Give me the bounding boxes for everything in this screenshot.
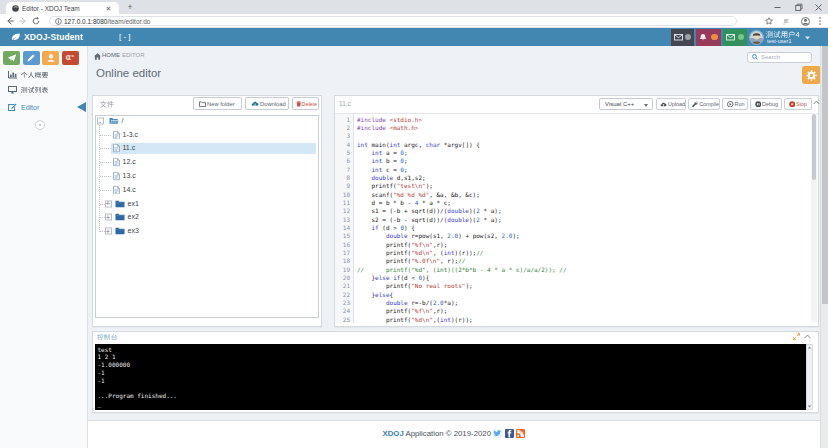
reload-icon[interactable]: [32, 17, 40, 25]
bookmark-star-icon[interactable]: [765, 17, 773, 25]
twitter-icon[interactable]: [493, 429, 502, 438]
code-line: 10 scanf("%d %d %d", &a, &b, &c);: [335, 191, 810, 199]
code-scrollbar[interactable]: [811, 113, 818, 322]
window-minimize-icon[interactable]: [773, 3, 782, 12]
folder-icon: [115, 200, 125, 208]
window-close-icon[interactable]: [814, 3, 823, 12]
code-line: 1#include <stdio.h>: [335, 116, 810, 124]
footer-text: XDOJ Application © 2019-2020: [88, 428, 820, 439]
tree-node[interactable]: + ex2: [96, 211, 318, 225]
tab-close-icon[interactable]: ✕: [105, 5, 112, 12]
tree-node[interactable]: 14.c: [96, 183, 318, 197]
notifications-menu-button[interactable]: [696, 29, 721, 46]
address-bar[interactable]: [49, 16, 737, 27]
profile-avatar-icon[interactable]: [801, 17, 810, 26]
line-number: 15: [335, 232, 350, 240]
extension-icon[interactable]: [783, 18, 790, 25]
settings-button[interactable]: [802, 66, 821, 84]
download-button[interactable]: Download: [245, 97, 289, 111]
tree-expander[interactable]: +: [105, 228, 112, 235]
messages-menu-button[interactable]: [671, 29, 694, 46]
browser-tab-strip: Editor - XDOJ Team ✕ +: [0, 0, 828, 14]
line-number: 23: [335, 299, 350, 307]
tree-node[interactable]: - /: [96, 114, 318, 128]
tree-node[interactable]: + ex3: [96, 224, 318, 238]
tree-node[interactable]: 12.c: [96, 155, 318, 169]
back-icon[interactable]: [6, 17, 14, 25]
page-scrollbar-thumb[interactable]: [822, 46, 828, 304]
forward-icon[interactable]: [19, 17, 27, 25]
quick-user-button[interactable]: [42, 51, 59, 65]
scroll-down-icon[interactable]: [807, 404, 812, 409]
sidebar-help-button[interactable]: [35, 120, 45, 130]
home-icon[interactable]: [94, 53, 101, 60]
line-number: 13: [335, 216, 350, 224]
stop-button[interactable]: Stop: [784, 98, 812, 111]
browser-toolbar: 127.0.0.1:8080/team/editor.do: [0, 14, 828, 28]
sidebar-item-editor[interactable]: Editor: [0, 100, 88, 115]
debug-button[interactable]: Debug: [750, 98, 782, 111]
tree-node[interactable]: 11.c: [96, 142, 318, 156]
console-terminal[interactable]: test 1 2 1 -1.000000 -1 -1 ...Program fi…: [95, 344, 806, 410]
scroll-up-icon[interactable]: [807, 345, 812, 350]
code-scrollbar-thumb[interactable]: [812, 114, 817, 180]
breadcrumb-separator: ›: [117, 50, 119, 61]
new-tab-button[interactable]: +: [126, 3, 134, 11]
code-line: 9 printf("test\n");: [335, 182, 810, 190]
browser-menu-icon[interactable]: [818, 17, 822, 25]
new-folder-button[interactable]: New folder: [193, 97, 242, 111]
pencil-icon: [27, 54, 35, 62]
tree-node[interactable]: 1-3.c: [96, 128, 318, 142]
facebook-icon[interactable]: [505, 429, 514, 438]
user-name-en[interactable]: test-user1: [767, 38, 791, 44]
code-line: 8 double d,s1,s2;: [335, 174, 810, 182]
code-line: 18 printf("%.0f\n", r);//: [335, 257, 810, 265]
window-restore-icon[interactable]: [794, 3, 803, 12]
user-avatar[interactable]: [750, 31, 763, 44]
console-collapse-icon[interactable]: [804, 334, 811, 339]
console-expand-icon[interactable]: [793, 333, 800, 340]
upload-button[interactable]: Upload: [656, 98, 686, 111]
terminal-line: test: [98, 346, 806, 354]
quick-alpha-button[interactable]: αᶜ: [62, 51, 79, 65]
tree-expander[interactable]: -: [97, 117, 104, 124]
page-scrollbar[interactable]: [820, 46, 828, 448]
tree-expander[interactable]: +: [105, 200, 112, 207]
terminal-scrollbar[interactable]: [806, 344, 813, 410]
line-number: 4: [335, 141, 350, 149]
tree-expander[interactable]: +: [105, 214, 112, 221]
tree-node[interactable]: + ex1: [96, 197, 318, 211]
site-info-icon[interactable]: [55, 18, 62, 25]
tasks-menu-button[interactable]: [723, 29, 747, 46]
tree-node[interactable]: 13.c: [96, 169, 318, 183]
sidebar-item-profile[interactable]: [0, 67, 88, 82]
app-navbar: XDOJ-Student [ - ] test-user1: [0, 28, 828, 46]
cloud-upload-icon: [660, 102, 667, 107]
line-number: 14: [335, 224, 350, 232]
compile-button[interactable]: Compile: [688, 98, 720, 111]
user-icon: [47, 54, 55, 62]
quick-send-button[interactable]: [3, 51, 20, 65]
bar-chart-icon: [8, 71, 17, 79]
delete-button[interactable]: Delete: [292, 97, 319, 111]
sidebar-item-testlist[interactable]: [0, 82, 88, 97]
brand-title[interactable]: XDOJ-Student: [24, 28, 83, 46]
file-icon: [113, 144, 120, 153]
terminal-line: _: [98, 400, 806, 408]
quick-edit-button[interactable]: [23, 51, 40, 65]
browser-tab[interactable]: Editor - XDOJ Team ✕: [6, 2, 119, 14]
language-select[interactable]: Visual C++: [599, 98, 653, 111]
line-number: 17: [335, 249, 350, 257]
url-text[interactable]: 127.0.0.1:8080/team/editor.do: [64, 16, 150, 27]
rss-icon[interactable]: [516, 429, 525, 438]
run-button[interactable]: Run: [722, 98, 748, 111]
editor-collapse-icon[interactable]: [813, 100, 820, 105]
tree-node-label: /: [122, 117, 124, 125]
browser-window: Editor - XDOJ Team ✕ + 127.0.0.1:8080/te…: [0, 0, 828, 448]
terminal-line: ...Program finished...: [98, 392, 806, 400]
terminal-line: -1: [98, 369, 806, 377]
sidebar-toggle-link[interactable]: [ - ]: [119, 28, 131, 46]
terminal-line: [98, 384, 806, 392]
breadcrumb-current: EDITOR: [122, 50, 145, 61]
line-number: 18: [335, 257, 350, 265]
